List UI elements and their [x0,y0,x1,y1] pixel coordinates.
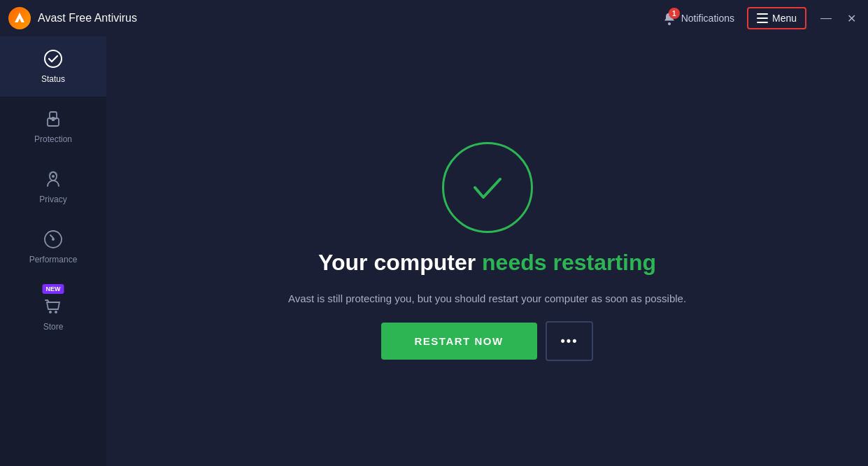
svg-line-12 [50,235,53,238]
new-badge: NEW [43,284,64,294]
menu-button[interactable]: Menu [747,7,806,29]
svg-point-4 [45,50,62,67]
svg-rect-1 [757,13,768,15]
sidebar-item-performance[interactable]: Performance [0,217,106,277]
svg-rect-6 [52,117,55,121]
sidebar-performance-label: Performance [29,255,78,264]
sidebar-privacy-label: Privacy [39,195,66,204]
main-content: Your computer needs restarting Avast is … [106,36,868,466]
privacy-icon [44,169,62,189]
sidebar: Status Protection [0,36,106,466]
status-icon [43,49,63,69]
sidebar-store-label: Store [43,322,64,332]
close-button[interactable]: ✕ [843,10,860,27]
app-title: Avast Free Antivirus [38,12,137,24]
sidebar-item-status[interactable]: Status [0,36,106,97]
minimize-button[interactable]: — [818,10,834,27]
protection-icon [44,109,62,129]
main-heading: Your computer needs restarting [318,250,656,276]
notifications-button[interactable]: 1 Notifications [655,6,741,30]
main-layout: Status Protection [0,36,868,466]
hamburger-icon [757,13,768,23]
sidebar-status-label: Status [41,74,65,84]
performance-icon [43,230,63,249]
window-controls: — ✕ [818,10,860,27]
status-circle [442,142,533,233]
buttons-row: RESTART NOW ••• [381,321,594,361]
restart-now-button[interactable]: RESTART NOW [381,323,537,360]
menu-label: Menu [772,13,797,24]
sidebar-protection-label: Protection [34,134,72,144]
heading-part2: needs restarting [482,250,656,275]
store-icon [43,297,63,316]
avast-logo [8,7,31,29]
sidebar-item-protection[interactable]: Protection [0,97,106,157]
svg-point-14 [55,311,57,313]
svg-point-0 [668,22,671,25]
titlebar-left: Avast Free Antivirus [8,7,137,29]
notifications-label: Notifications [681,13,734,24]
subtext: Avast is still protecting you, but you s… [288,292,686,304]
titlebar: Avast Free Antivirus 1 Notifications Men… [0,0,868,36]
svg-point-13 [49,311,52,313]
bell-icon: 1 [662,10,677,26]
titlebar-right: 1 Notifications Menu — ✕ [655,6,860,30]
sidebar-item-store[interactable]: NEW Store [0,277,106,344]
check-icon [467,167,508,209]
sidebar-item-privacy[interactable]: Privacy [0,157,106,217]
svg-point-9 [52,175,55,178]
svg-rect-3 [757,22,768,23]
notification-badge: 1 [669,8,680,19]
more-options-button[interactable]: ••• [546,321,594,361]
svg-rect-2 [757,17,768,19]
heading-part1: Your computer [318,250,482,275]
